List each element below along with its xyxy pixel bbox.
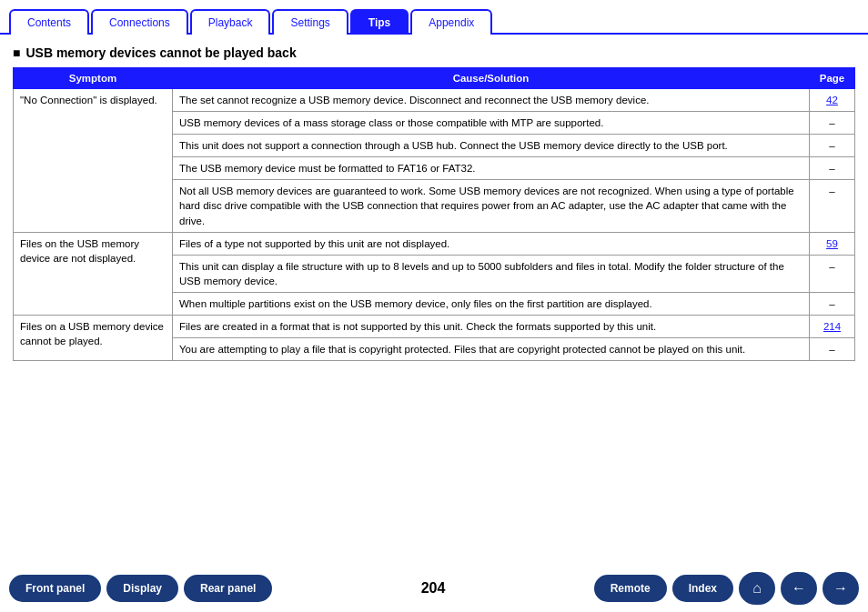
col-header-symptom: Symptom (14, 68, 173, 89)
page-cell: – (810, 338, 855, 361)
symptom-cell: "No Connection" is displayed. (14, 89, 173, 233)
page-link[interactable]: 214 (823, 321, 841, 332)
table-row: "No Connection" is displayed. The set ca… (14, 89, 855, 112)
symptom-cell: Files on the USB memory device are not d… (14, 232, 173, 315)
table-row: Files on a USB memory device cannot be p… (14, 316, 855, 338)
page-cell: – (810, 112, 855, 135)
cause-cell: This unit can display a file structure w… (173, 255, 810, 292)
page-cell: – (810, 135, 855, 157)
tab-connections[interactable]: Connections (91, 9, 188, 35)
tab-tips[interactable]: Tips (350, 9, 409, 35)
tab-playback[interactable]: Playback (190, 9, 271, 35)
bottom-navigation: Front panel Display Rear panel 204 Remot… (0, 565, 868, 612)
cause-cell: This unit does not support a connection … (173, 135, 810, 157)
cause-cell: Not all USB memory devices are guarantee… (173, 180, 810, 232)
front-panel-button[interactable]: Front panel (9, 575, 101, 602)
index-button[interactable]: Index (672, 575, 733, 602)
forward-icon: → (833, 580, 848, 597)
cause-cell: Files of a type not supported by this un… (173, 232, 810, 255)
symptom-cell: Files on a USB memory device cannot be p… (14, 316, 173, 361)
cause-cell: Files are created in a format that is no… (173, 316, 810, 338)
col-header-cause: Cause/Solution (173, 68, 810, 89)
table-row: Files on the USB memory device are not d… (14, 232, 855, 255)
page-cell: – (810, 180, 855, 232)
page-cell: – (810, 255, 855, 292)
page-cell: 42 (810, 89, 855, 112)
back-button[interactable]: ← (781, 572, 817, 605)
display-button[interactable]: Display (106, 575, 178, 602)
page-cell: – (810, 292, 855, 315)
col-header-page: Page (810, 68, 855, 89)
page-cell: – (810, 157, 855, 180)
cause-cell: USB memory devices of a mass storage cla… (173, 112, 810, 135)
remote-button[interactable]: Remote (594, 575, 667, 602)
forward-button[interactable]: → (823, 572, 859, 605)
page-link[interactable]: 42 (826, 95, 838, 105)
tab-settings[interactable]: Settings (272, 9, 348, 35)
section-title: USB memory devices cannot be played back (13, 45, 855, 60)
page-number: 204 (412, 580, 455, 597)
cause-cell: The set cannot recognize a USB memory de… (173, 89, 810, 112)
cause-cell: You are attempting to play a file that i… (173, 338, 810, 361)
bottom-right-buttons: Remote Index ⌂ ← → (594, 572, 859, 605)
cause-cell: When multiple partitions exist on the US… (173, 292, 810, 315)
rear-panel-button[interactable]: Rear panel (184, 575, 272, 602)
page-cell: 214 (810, 316, 855, 338)
home-button[interactable]: ⌂ (739, 572, 775, 605)
main-content: USB memory devices cannot be played back… (0, 35, 868, 370)
home-icon: ⌂ (752, 580, 762, 597)
back-icon: ← (792, 580, 806, 597)
cause-cell: The USB memory device must be formatted … (173, 157, 810, 180)
bottom-left-buttons: Front panel Display Rear panel (9, 575, 272, 602)
tab-navigation: Contents Connections Playback Settings T… (0, 0, 868, 35)
tab-contents[interactable]: Contents (9, 9, 89, 35)
page-link[interactable]: 59 (826, 238, 838, 249)
troubleshoot-table: Symptom Cause/Solution Page "No Connecti… (13, 67, 855, 361)
tab-appendix[interactable]: Appendix (410, 9, 492, 35)
page-cell: 59 (810, 232, 855, 255)
